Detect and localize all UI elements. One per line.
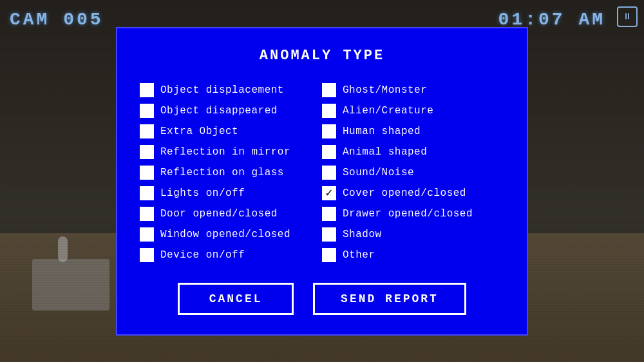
checkbox-label-ghost: Ghost/Monster	[343, 84, 427, 96]
checkbox-label-alien: Alien/Creature	[343, 105, 433, 117]
checkbox-item-extra_object[interactable]: Extra Object	[140, 123, 322, 140]
checkbox-label-shadow: Shadow	[343, 229, 382, 240]
checkbox-label-reflection_glass: Reflection on glass	[160, 167, 284, 178]
checkbox-grid: Object displacementObject disappearedExt…	[140, 82, 504, 263]
checkbox-item-cover[interactable]: Cover opened/closed	[322, 185, 504, 202]
checkbox-alien[interactable]	[322, 104, 336, 118]
checkbox-device[interactable]	[140, 248, 154, 262]
checkbox-item-object_displacement[interactable]: Object displacement	[140, 82, 322, 99]
checkbox-item-reflection_mirror[interactable]: Reflection in mirror	[140, 144, 322, 160]
checkbox-label-object_disappeared: Object disappeared	[160, 105, 278, 117]
checkbox-label-window: Window opened/closed	[160, 229, 290, 240]
left-column: Object displacementObject disappearedExt…	[140, 82, 322, 263]
checkbox-label-animal: Animal shaped	[343, 146, 427, 158]
checkbox-label-other: Other	[343, 249, 375, 261]
checkbox-item-shadow[interactable]: Shadow	[322, 226, 504, 243]
checkbox-drawer[interactable]	[322, 207, 336, 221]
checkbox-window[interactable]	[140, 227, 154, 242]
checkbox-item-drawer[interactable]: Drawer opened/closed	[322, 205, 504, 222]
checkbox-item-ghost[interactable]: Ghost/Monster	[322, 82, 504, 99]
modal-overlay: ANOMALY TYPE Object displacementObject d…	[0, 0, 644, 362]
checkbox-human[interactable]	[322, 124, 336, 138]
checkbox-label-drawer: Drawer opened/closed	[343, 208, 473, 220]
checkbox-cover[interactable]	[322, 186, 336, 200]
checkbox-label-human: Human shaped	[343, 126, 421, 137]
checkbox-item-object_disappeared[interactable]: Object disappeared	[140, 102, 322, 119]
checkbox-item-window[interactable]: Window opened/closed	[140, 226, 322, 243]
checkbox-item-human[interactable]: Human shaped	[322, 123, 504, 140]
checkbox-label-extra_object: Extra Object	[160, 126, 238, 137]
checkbox-sound[interactable]	[322, 166, 336, 180]
modal-title: ANOMALY TYPE	[140, 48, 504, 64]
checkbox-item-reflection_glass[interactable]: Reflection on glass	[140, 164, 322, 181]
checkbox-item-other[interactable]: Other	[322, 247, 504, 263]
checkbox-door[interactable]	[140, 207, 154, 221]
checkbox-label-door: Door opened/closed	[160, 208, 278, 220]
checkbox-label-sound: Sound/Noise	[343, 167, 414, 178]
modal-buttons: CANCEL SEND REPORT	[140, 283, 504, 315]
checkbox-label-cover: Cover opened/closed	[343, 187, 466, 199]
checkbox-item-door[interactable]: Door opened/closed	[140, 205, 322, 222]
checkbox-item-animal[interactable]: Animal shaped	[322, 144, 504, 160]
checkbox-item-sound[interactable]: Sound/Noise	[322, 164, 504, 181]
checkbox-object_displacement[interactable]	[140, 83, 154, 97]
checkbox-item-lights[interactable]: Lights on/off	[140, 185, 322, 202]
checkbox-other[interactable]	[322, 248, 336, 262]
checkbox-label-reflection_mirror: Reflection in mirror	[160, 146, 290, 158]
cancel-button[interactable]: CANCEL	[178, 283, 294, 315]
checkbox-item-device[interactable]: Device on/off	[140, 247, 322, 263]
checkbox-label-object_displacement: Object displacement	[160, 84, 284, 96]
checkbox-extra_object[interactable]	[140, 124, 154, 138]
right-column: Ghost/MonsterAlien/CreatureHuman shapedA…	[322, 82, 504, 263]
checkbox-label-device: Device on/off	[160, 249, 245, 261]
checkbox-label-lights: Lights on/off	[160, 187, 245, 199]
checkbox-shadow[interactable]	[322, 227, 336, 242]
checkbox-animal[interactable]	[322, 145, 336, 159]
checkbox-object_disappeared[interactable]	[140, 104, 154, 118]
anomaly-type-modal: ANOMALY TYPE Object displacementObject d…	[116, 27, 528, 336]
checkbox-ghost[interactable]	[322, 83, 336, 97]
checkbox-lights[interactable]	[140, 186, 154, 200]
checkbox-reflection_glass[interactable]	[140, 166, 154, 180]
send-report-button[interactable]: SEND REPORT	[313, 283, 466, 315]
checkbox-item-alien[interactable]: Alien/Creature	[322, 102, 504, 119]
checkbox-reflection_mirror[interactable]	[140, 145, 154, 159]
